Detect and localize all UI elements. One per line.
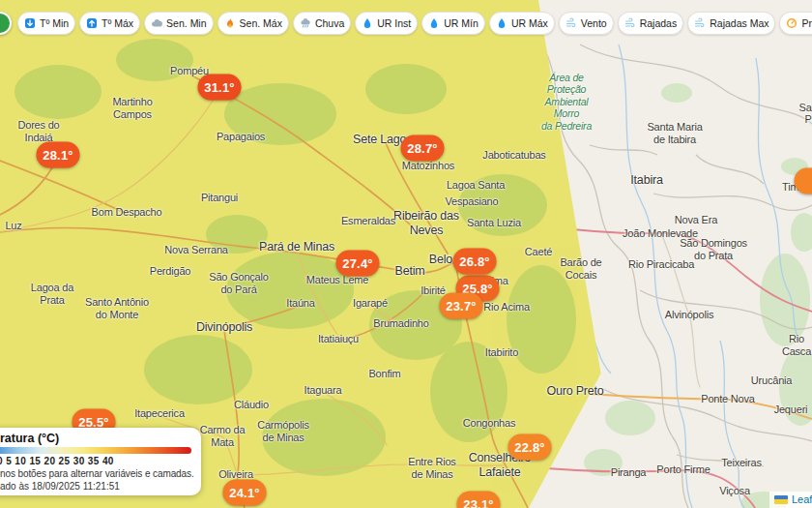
temp-min-icon	[24, 17, 36, 29]
leaflet-link[interactable]: Leaflet	[792, 493, 812, 505]
city-label: Entre Rios de Minas	[408, 456, 455, 481]
city-label: Nova Era	[675, 214, 717, 226]
gusts-button[interactable]: Rajadas	[618, 12, 684, 35]
city-label: Ouro Preto	[546, 384, 603, 399]
wind-icon	[694, 17, 706, 29]
feels-min-button[interactable]: Sen. Min	[144, 12, 213, 35]
temp-max-icon	[86, 17, 98, 29]
city-label: Ribeirão das Neves	[393, 209, 459, 238]
legend-hint-text: nos botões para alternar variáveis e cam…	[0, 468, 194, 479]
city-label: Brumadinho	[373, 317, 428, 330]
city-label: Luz	[5, 220, 21, 232]
city-label: Piranga	[611, 466, 647, 479]
legend-panel: ratura (°C) 0 5 10 15 20 25 30 35 40 nos…	[0, 428, 201, 495]
city-label: Viçosa	[719, 485, 750, 497]
city-label: Santa Luzia	[467, 217, 521, 229]
city-label: Itaguara	[304, 384, 342, 397]
pressure-button[interactable]: Pre	[779, 12, 812, 35]
city-label: Lagoa Santa	[447, 179, 505, 192]
city-label: Itapecerica	[134, 407, 185, 420]
temp-max-button[interactable]: Tº Máx	[79, 12, 140, 35]
city-label: Papagaios	[217, 131, 265, 143]
legend-gradient-bar	[0, 447, 191, 454]
weather-map-app: Pompéu Martinho Campos Dores do Indaiá P…	[0, 0, 812, 508]
temperature-marker[interactable]: 24.1°	[223, 480, 267, 506]
flame-icon	[224, 17, 236, 29]
humidity-min-button[interactable]: UR Mín	[421, 12, 485, 35]
city-label: Cláudio	[234, 399, 269, 411]
city-label: Perdigão	[150, 265, 190, 278]
city-label: Ponte Nova	[701, 393, 754, 405]
city-label: Porto Firme	[656, 463, 710, 476]
legend-title: ratura (°C)	[0, 432, 59, 445]
city-label: Caeté	[525, 246, 552, 258]
ukraine-flag-icon	[774, 495, 788, 504]
wind-icon	[624, 17, 636, 29]
humidity-inst-button[interactable]: UR Inst	[355, 12, 418, 35]
city-label: Santo Antônio do Monte	[85, 296, 149, 321]
city-label: Jequeri	[774, 403, 808, 416]
city-label: Vespasiano	[446, 195, 499, 208]
city-label: Urucânia	[751, 374, 792, 387]
city-label: Área de Proteção Ambiental Morro da Pedr…	[541, 72, 592, 132]
map-attribution: Leaflet	[769, 492, 812, 508]
city-label: Alvinópolis	[665, 309, 713, 321]
city-label: Pitangui	[201, 192, 238, 204]
city-label: Carmo da Mata	[200, 424, 246, 449]
pressure-icon	[786, 17, 798, 29]
rain-button[interactable]: Chuva	[293, 12, 351, 35]
temperature-marker[interactable]: 28.1°	[37, 142, 80, 168]
wind-button[interactable]: Vento	[559, 12, 614, 35]
city-label: P	[804, 113, 811, 126]
city-label: Teixeiras	[721, 457, 762, 469]
city-label: Bom Despacho	[92, 206, 162, 219]
humidity-drop-icon	[496, 17, 508, 29]
city-label: Betim	[395, 264, 425, 279]
temp-min-button[interactable]: Tº Min	[17, 12, 75, 35]
city-label: Esmeraldas	[341, 215, 395, 227]
humidity-drop-icon	[362, 17, 373, 29]
toolbar: Tº Min Tº Máx Sen. Min Sen. Máx Chuva UR…	[17, 12, 812, 35]
city-label: Nova Serrana	[164, 244, 227, 256]
rain-cloud-icon	[300, 17, 311, 29]
city-label: Pará de Minas	[259, 240, 334, 254]
feels-max-button[interactable]: Sen. Máx	[218, 12, 289, 35]
city-label: Ibirité	[420, 284, 446, 297]
legend-updated-text: ado às 18/09/2025 11:21:51	[0, 481, 120, 492]
city-label: Lagoa da Prata	[31, 282, 73, 307]
city-label: Itabirito	[485, 346, 518, 359]
temperature-marker[interactable]: 22.8°	[508, 434, 552, 461]
temperature-marker[interactable]: 23.1°	[457, 492, 501, 508]
legend-scale-labels: 0 5 10 15 20 25 30 35 40	[0, 456, 114, 466]
humidity-drop-icon	[428, 17, 440, 29]
city-label: Itaúna	[286, 297, 314, 310]
humidity-max-button[interactable]: UR Máx	[489, 12, 555, 35]
city-label: Carmópolis de Minas	[257, 419, 309, 444]
city-label: Bonfim	[368, 368, 400, 380]
city-label: Itabira	[630, 173, 662, 188]
city-label: Rio Piracicaba	[628, 258, 694, 271]
city-label: Dores do Indaiá	[17, 119, 59, 144]
city-label: Congonhas	[463, 417, 515, 430]
gusts-max-button[interactable]: Rajadas Max	[687, 12, 775, 35]
city-label: Martinho Campos	[112, 96, 152, 121]
city-label: São Gonçalo do Pará	[209, 271, 268, 296]
temperature-marker[interactable]: 27.4°	[336, 251, 380, 277]
city-label: Rio Casca	[782, 333, 811, 358]
city-label: Itatiaiuçu	[318, 333, 359, 345]
city-label: Santa Maria de Itabira	[647, 121, 702, 146]
temperature-marker[interactable]: 31.1°	[198, 75, 242, 101]
wind-icon	[566, 17, 577, 29]
city-label: Jaboticatubas	[482, 149, 545, 162]
feels-like-min-icon	[151, 17, 162, 29]
temperature-marker[interactable]: 23.7°	[440, 293, 483, 319]
temperature-marker[interactable]: 26.8°	[453, 249, 497, 275]
city-label: Rio Acima	[483, 301, 530, 314]
city-label: Barão de Cocais	[560, 256, 601, 282]
city-label: Igarapé	[353, 297, 388, 310]
city-label: Divinópolis	[196, 320, 252, 335]
temperature-marker[interactable]: 28.7°	[401, 135, 445, 162]
